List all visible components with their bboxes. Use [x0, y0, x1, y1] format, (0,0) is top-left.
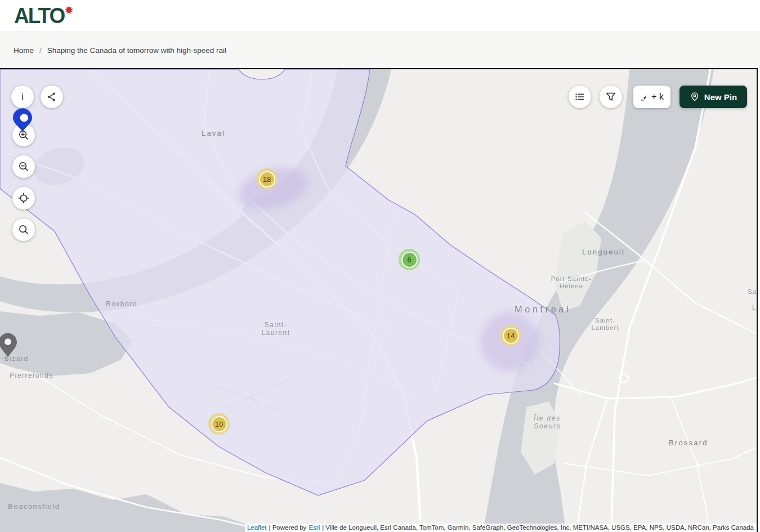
cursor-icon — [640, 93, 649, 101]
new-pin-button[interactable]: New Pin — [679, 86, 747, 108]
leaflet-link[interactable]: Leaflet — [247, 524, 267, 531]
pin-icon — [690, 92, 700, 102]
blue-pin-marker[interactable] — [13, 108, 32, 135]
search-icon — [17, 223, 30, 236]
cluster-count: 14 — [507, 332, 515, 340]
cluster-marker-14[interactable]: 14 — [500, 325, 521, 346]
list-icon — [574, 91, 586, 103]
alto-logo[interactable]: ALTO — [14, 5, 73, 27]
new-pin-label: New Pin — [704, 92, 737, 102]
breadcrumb-current: Shaping the Canada of tomorrow with high… — [47, 46, 226, 55]
zoom-out-icon — [17, 160, 30, 173]
attribution-sources: | Ville de Longueuil, Esri Canada, TomTo… — [322, 524, 754, 531]
locate-button[interactable] — [12, 187, 35, 209]
gray-pin-marker[interactable] — [0, 333, 17, 360]
cluster-count: 18 — [263, 175, 271, 184]
alto-logo-text: ALTO — [14, 4, 64, 28]
map-base-layer — [0, 69, 757, 532]
cluster-marker-10[interactable]: 10 — [208, 413, 230, 435]
attribution-powered-by: | Powered by — [269, 524, 306, 531]
app-header: ALTO — [0, 0, 760, 32]
breadcrumb-band: Home / Shaping the Canada of tomorrow wi… — [0, 32, 760, 68]
info-icon: i — [21, 92, 24, 102]
breadcrumb-separator: / — [39, 46, 42, 55]
shortcut-button[interactable]: + k — [633, 86, 670, 108]
zoom-out-button[interactable] — [12, 155, 35, 178]
breadcrumb-home-link[interactable]: Home — [14, 46, 34, 55]
list-view-button[interactable] — [569, 86, 591, 108]
esri-link[interactable]: Esri — [309, 524, 320, 531]
search-button[interactable] — [12, 218, 35, 241]
breadcrumb: Home / Shaping the Canada of tomorrow wi… — [14, 46, 226, 55]
cluster-marker-6[interactable]: 6 — [399, 249, 420, 270]
share-button[interactable] — [41, 86, 63, 108]
maple-leaf-icon — [65, 6, 73, 16]
filter-button[interactable] — [600, 86, 622, 108]
locate-icon — [17, 192, 30, 204]
share-icon — [46, 91, 57, 102]
map-attribution: Leaflet | Powered by Esri | Ville de Lon… — [245, 524, 757, 532]
map-canvas[interactable]: Laval Roxboro Saint- Laurent e-Bizard Pi… — [0, 68, 758, 532]
info-button[interactable]: i — [11, 86, 34, 108]
cluster-marker-18[interactable]: 18 — [256, 168, 278, 190]
cluster-count: 6 — [407, 256, 411, 264]
shortcut-label: + k — [651, 92, 664, 102]
cluster-count: 10 — [215, 420, 223, 428]
filter-icon — [605, 91, 617, 103]
